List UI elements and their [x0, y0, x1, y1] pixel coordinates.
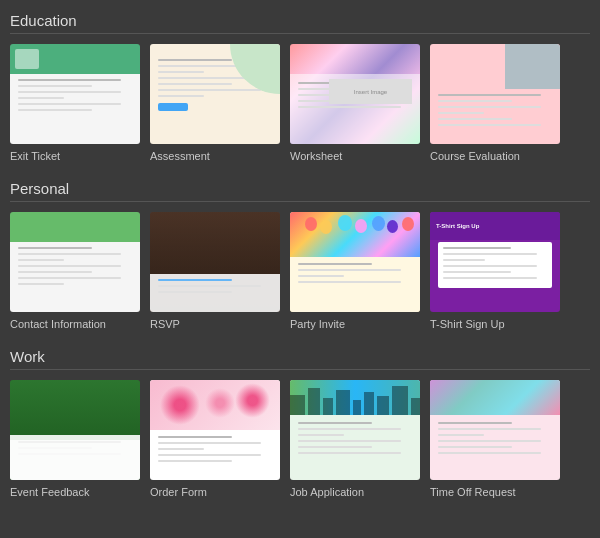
- thumb-event-feedback: [10, 380, 140, 480]
- svg-rect-5: [364, 392, 374, 415]
- card-label-party-invite: Party Invite: [290, 318, 420, 330]
- card-label-time-off-request: Time Off Request: [430, 486, 560, 498]
- card-order-form[interactable]: Order Form: [150, 380, 280, 498]
- card-label-course-evaluation: Course Evaluation: [430, 150, 560, 162]
- thumb-contact-information: [10, 212, 140, 312]
- svg-rect-0: [290, 395, 305, 415]
- svg-rect-3: [336, 390, 350, 415]
- svg-rect-4: [353, 400, 361, 415]
- party-bottom-content: [290, 257, 420, 312]
- card-course-evaluation[interactable]: Course Evaluation: [430, 44, 560, 162]
- card-assessment[interactable]: Assessment: [150, 44, 280, 162]
- card-label-contact-information: Contact Information: [10, 318, 140, 330]
- thumb-party-invite: [290, 212, 420, 312]
- card-label-order-form: Order Form: [150, 486, 280, 498]
- tshirt-content: [438, 242, 552, 288]
- thumb-course-evaluation: [430, 44, 560, 144]
- thumb-rsvp: [150, 212, 280, 312]
- svg-rect-7: [392, 386, 408, 415]
- cards-row-personal: Contact Information RSVP: [10, 212, 590, 330]
- svg-rect-8: [411, 398, 420, 415]
- card-party-invite[interactable]: Party Invite: [290, 212, 420, 330]
- card-job-application[interactable]: Job Application: [290, 380, 420, 498]
- svg-rect-1: [308, 388, 320, 415]
- thumb-assessment: [150, 44, 280, 144]
- thumb-exit-ticket: [10, 44, 140, 144]
- section-title-work: Work: [10, 348, 590, 370]
- section-personal: Personal Contact Information: [10, 180, 590, 330]
- card-worksheet[interactable]: Insert Image Worksheet: [290, 44, 420, 162]
- card-event-feedback[interactable]: Event Feedback: [10, 380, 140, 498]
- thumb-time-off-request: [430, 380, 560, 480]
- svg-rect-2: [323, 398, 333, 415]
- card-rsvp[interactable]: RSVP: [150, 212, 280, 330]
- card-time-off-request[interactable]: Time Off Request: [430, 380, 560, 498]
- card-exit-ticket[interactable]: Exit Ticket: [10, 44, 140, 162]
- thumb-order-form: [150, 380, 280, 480]
- card-contact-information[interactable]: Contact Information: [10, 212, 140, 330]
- card-label-worksheet: Worksheet: [290, 150, 420, 162]
- party-top-banner: [290, 212, 420, 257]
- section-title-education: Education: [10, 12, 590, 34]
- card-label-job-application: Job Application: [290, 486, 420, 498]
- card-label-assessment: Assessment: [150, 150, 280, 162]
- card-label-event-feedback: Event Feedback: [10, 486, 140, 498]
- card-label-rsvp: RSVP: [150, 318, 280, 330]
- section-education: Education Exit Ticket: [10, 12, 590, 162]
- card-tshirt-signup[interactable]: T-Shirt Sign Up T-Shirt Sign Up: [430, 212, 560, 330]
- section-work: Work Event Feedback: [10, 348, 590, 498]
- thumb-job-application: [290, 380, 420, 480]
- svg-rect-6: [377, 396, 389, 415]
- thumb-worksheet: Insert Image: [290, 44, 420, 144]
- thumb-tshirt-signup: T-Shirt Sign Up: [430, 212, 560, 312]
- section-title-personal: Personal: [10, 180, 590, 202]
- cards-row-work: Event Feedback Order Form: [10, 380, 590, 498]
- cards-row-education: Exit Ticket Assessment: [10, 44, 590, 162]
- card-label-tshirt-signup: T-Shirt Sign Up: [430, 318, 560, 330]
- card-label-exit-ticket: Exit Ticket: [10, 150, 140, 162]
